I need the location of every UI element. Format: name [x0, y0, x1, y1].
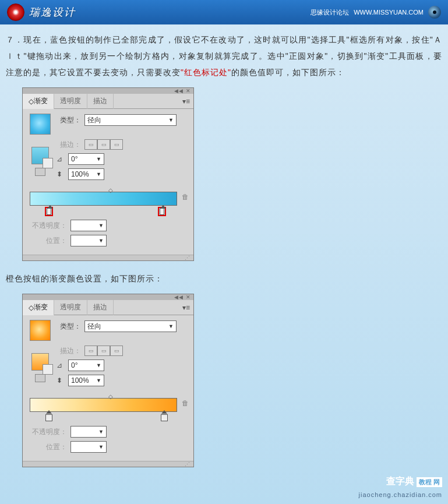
tab-transparency[interactable]: 透明度 — [54, 300, 87, 315]
stroke-mode-1[interactable]: ▭ — [84, 346, 97, 356]
position-label: 位置： — [27, 236, 67, 246]
eye-icon — [428, 6, 441, 19]
watermark-url: jiaocheng.chazidian.com — [359, 491, 442, 498]
reverse-gradient-icon[interactable] — [35, 374, 45, 382]
opacity-label: 不透明度： — [27, 221, 67, 231]
angle-icon — [57, 155, 65, 163]
panel-tabs: ◇ 渐变 透明度 描边 ▾≡ — [23, 94, 193, 109]
panel-resize-grip[interactable]: ⋰ — [23, 461, 193, 467]
panel-menu-icon[interactable]: ▾≡ — [182, 304, 193, 312]
tab-transparency[interactable]: 透明度 — [54, 94, 87, 109]
panel-collapse-bar[interactable]: ◀◀ ✕ — [23, 88, 193, 94]
stroke-mode-3[interactable]: ▭ — [110, 139, 123, 150]
position-input[interactable]: ▼ — [70, 235, 107, 246]
header-left: 瑞逸设计 — [7, 3, 76, 21]
watermark-brand: 查字典 教程 网 — [386, 475, 442, 488]
reverse-gradient-icon[interactable] — [35, 168, 45, 176]
forum-url: WWW.MISSYUAN.COM — [354, 9, 424, 16]
gradient-ramp[interactable]: ◇ 🗑 — [27, 394, 189, 426]
stroke-mode-buttons: ▭ ▭ ▭ — [84, 139, 123, 150]
angle-input[interactable]: 0°▼ — [68, 153, 104, 165]
gradient-bar[interactable] — [30, 192, 177, 206]
angle-icon — [57, 361, 65, 369]
midpoint-diamond-icon[interactable]: ◇ — [108, 187, 113, 193]
stroke-mode-buttons: ▭ ▭ ▭ — [84, 346, 123, 356]
header-right: 思缘设计论坛 WWW.MISSYUAN.COM — [311, 6, 441, 19]
position-label: 位置： — [27, 442, 67, 452]
position-input[interactable]: ▼ — [70, 441, 107, 453]
gradient-panel-orange: ◀◀ ✕ ◇ 渐变 透明度 描边 ▾≡ 类型： 径向▼ — [22, 294, 194, 467]
para1-red: "红色标记处" — [181, 68, 231, 77]
trash-icon[interactable]: 🗑 — [181, 398, 190, 408]
type-select[interactable]: 径向▼ — [84, 114, 177, 126]
type-select[interactable]: 径向▼ — [84, 320, 177, 332]
angle-input[interactable]: 0°▼ — [68, 360, 104, 371]
opacity-label: 不透明度： — [27, 427, 67, 437]
gradient-panel-blue: ◀◀ ✕ ◇ 渐变 透明度 描边 ▾≡ 类型： 径向▼ — [22, 87, 194, 261]
panel-tabs: ◇ 渐变 透明度 描边 ▾≡ — [23, 300, 193, 315]
midpoint-diamond-icon[interactable]: ◇ — [108, 393, 113, 400]
panel-resize-grip[interactable]: ⋰ — [23, 255, 193, 260]
paragraph-1: ７．现在，蓝色按钮的制作已全部完成了，假设它不在改动了，这时就可以用"选择工具"… — [6, 31, 442, 80]
gradient-stop-right[interactable] — [160, 413, 168, 422]
stroke-mode-2[interactable]: ▭ — [97, 346, 110, 356]
type-label: 类型： — [57, 322, 81, 332]
type-label: 类型： — [57, 115, 81, 125]
stroke-mode-1[interactable]: ▭ — [84, 139, 97, 150]
panel-collapse-bar[interactable]: ◀◀ ✕ — [23, 294, 193, 300]
gradient-preview-swatch[interactable] — [30, 320, 51, 341]
stroke-mode-2[interactable]: ▭ — [97, 139, 110, 150]
site-title: 瑞逸设计 — [29, 5, 76, 19]
panel-menu-icon[interactable]: ▾≡ — [182, 97, 193, 105]
stroke-label: 描边： — [57, 346, 81, 356]
para1-suffix: 的颜色值即可，如下图所示： — [231, 68, 345, 77]
gradient-stop-left[interactable] — [45, 413, 53, 422]
gradient-stop-right[interactable] — [158, 207, 166, 216]
trash-icon[interactable]: 🗑 — [181, 192, 190, 202]
paragraph-2: 橙色按钮的渐变颜色设置，如下图所示： — [6, 270, 442, 287]
tab-gradient[interactable]: ◇ 渐变 — [23, 300, 54, 315]
tab-stroke[interactable]: 描边 — [87, 94, 114, 109]
opacity-input[interactable]: ▼ — [70, 426, 107, 438]
page-header: 瑞逸设计 思缘设计论坛 WWW.MISSYUAN.COM — [0, 0, 448, 24]
stroke-label: 描边： — [57, 140, 81, 150]
aspect-icon — [57, 170, 65, 178]
tab-stroke[interactable]: 描边 — [87, 300, 114, 315]
gradient-preview-swatch[interactable] — [30, 114, 51, 135]
aspect-icon — [57, 376, 65, 385]
opacity-input[interactable]: ▼ — [70, 220, 107, 231]
aspect-input[interactable]: 100%▼ — [68, 168, 104, 180]
fill-stroke-swatch[interactable] — [31, 353, 49, 371]
logo-icon — [7, 3, 24, 21]
gradient-ramp[interactable]: ◇ 🗑 — [27, 188, 189, 220]
fill-stroke-swatch[interactable] — [31, 147, 49, 164]
gradient-stop-left[interactable] — [45, 207, 53, 216]
aspect-input[interactable]: 100%▼ — [68, 375, 104, 386]
content-area: ７．现在，蓝色按钮的制作已全部完成了，假设它不在改动了，这时就可以用"选择工具"… — [0, 24, 448, 467]
stroke-mode-3[interactable]: ▭ — [110, 346, 123, 356]
forum-text: 思缘设计论坛 — [311, 8, 349, 17]
tab-gradient[interactable]: ◇ 渐变 — [23, 94, 54, 109]
